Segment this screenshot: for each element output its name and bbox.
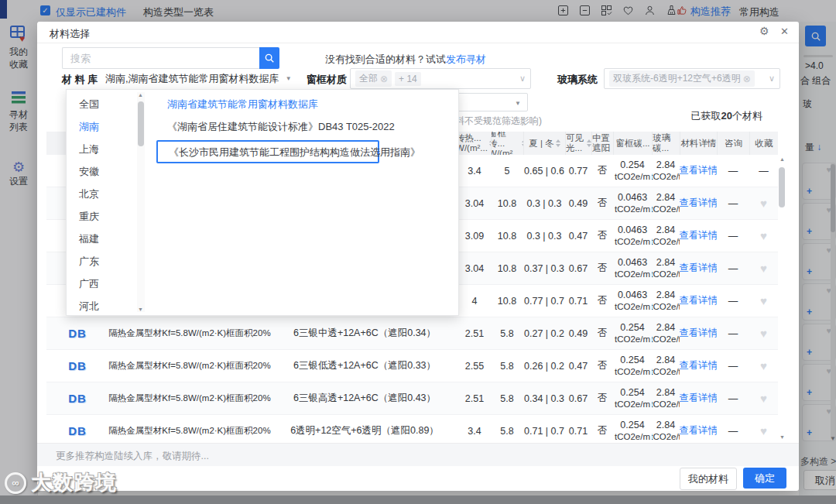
province-option[interactable]: 重庆 xyxy=(67,205,144,228)
carbon-number: 0.0463 xyxy=(618,290,647,301)
carbon-unit: tCO2e/t xyxy=(652,334,680,345)
database-option[interactable]: 《长沙市民用建筑节能工程围护结构构造做法选用指南》 xyxy=(156,140,379,163)
column-header[interactable]: 传热...W/(m²... xyxy=(458,132,491,155)
favorite-heart-icon[interactable]: ♥ xyxy=(760,229,767,242)
view-detail-link[interactable]: 查看详情 xyxy=(680,359,717,372)
frame-material-select[interactable]: 全部⊗ + 14 ∨ xyxy=(350,68,531,89)
glass-system-tag[interactable]: 双玻系统-6透明+12空气+6透明⊗ xyxy=(609,70,755,87)
favorite-heart-icon[interactable]: ♥ xyxy=(760,359,767,372)
province-option[interactable]: 安徽 xyxy=(67,160,144,183)
database-option[interactable]: 《湖南省居住建筑节能设计标准》DB43 T025-2022 xyxy=(150,115,455,138)
cell-favorite: ♥ xyxy=(749,382,778,414)
cell-frame-carbon: 0.0463tCO2e/m xyxy=(613,285,652,317)
table-row[interactable]: DB隔热金属型材Kf=5.8W/(m2·K)框面积20%6三银低透+12A+6C… xyxy=(46,350,778,382)
carbon-value: 2.84tCO2e/t xyxy=(652,387,680,410)
confirm-button[interactable]: 确定 xyxy=(743,468,786,489)
carbon-unit: tCO2e/t xyxy=(652,301,680,313)
cell-k-value: 3.09 xyxy=(458,220,491,252)
modal-title: 材料选择 xyxy=(50,27,90,41)
modal-settings-gear-icon[interactable]: ⚙ xyxy=(759,25,769,37)
province-option[interactable]: 河北 xyxy=(67,295,144,317)
cell-glass-carbon: 2.84tCO2e/t xyxy=(652,350,680,382)
column-header[interactable]: 可见光... xyxy=(565,132,591,155)
carbon-value: 0.0463tCO2e/m xyxy=(615,192,650,215)
scroll-up-icon[interactable]: ▲ xyxy=(779,156,785,162)
table-scrollbar[interactable]: ▲ ▼ xyxy=(779,156,785,440)
my-materials-button[interactable]: 我的材料 xyxy=(680,468,737,490)
view-detail-link[interactable]: 查看详情 xyxy=(680,392,717,405)
table-row[interactable]: DB隔热金属型材Kf=5.8W/(m2·K)框面积20%6三银高透+12A+6C… xyxy=(46,382,778,415)
cell-consult: — xyxy=(717,252,749,284)
cell-glass-carbon: 2.84tCO2e/t xyxy=(652,252,680,284)
cell-consult: — xyxy=(717,415,749,447)
view-detail-link[interactable]: 查看详情 xyxy=(680,164,717,177)
province-option[interactable]: 福建 xyxy=(67,228,144,250)
province-option[interactable]: 湖南 xyxy=(67,115,144,138)
province-option[interactable]: 广西 xyxy=(67,273,144,295)
favorite-heart-icon[interactable]: ♥ xyxy=(760,197,767,210)
favorite-heart-icon[interactable]: ♥ xyxy=(760,294,767,307)
scrollbar-thumb[interactable] xyxy=(138,101,144,146)
favorite-heart-icon[interactable]: ♥ xyxy=(760,262,767,275)
carbon-number: 0.0463 xyxy=(618,192,647,204)
scrollbar-thumb[interactable] xyxy=(779,167,785,207)
filter-note-fragment: 料不受规范筛选影响) xyxy=(455,115,542,128)
carbon-unit: tCO2e/t xyxy=(652,269,680,280)
view-detail-link[interactable]: 查看详情 xyxy=(680,229,717,242)
favorite-heart-icon[interactable]: ♥ xyxy=(760,424,767,437)
view-detail-link[interactable]: 查看详情 xyxy=(680,424,717,437)
scroll-up-icon[interactable]: ▲ xyxy=(138,92,143,98)
scroll-down-icon[interactable]: ▼ xyxy=(138,307,143,312)
cell-mid-shading: 否 xyxy=(591,155,613,187)
search-icon xyxy=(264,53,275,63)
tag-close-icon[interactable]: ⊗ xyxy=(380,74,388,84)
database-option[interactable]: 湖南省建筑节能常用窗材料数据库 xyxy=(150,93,455,115)
frame-tag-all[interactable]: 全部⊗ xyxy=(355,70,392,87)
view-detail-link[interactable]: 查看详情 xyxy=(680,262,717,275)
cell-detail: 查看详情 xyxy=(680,187,717,219)
carbon-number: 2.84 xyxy=(656,225,675,236)
carbon-value: 2.84tCO2e/t xyxy=(652,159,680,183)
cell-frame-k: 5 xyxy=(491,155,523,187)
carbon-unit: tCO2e/m xyxy=(615,431,650,443)
cell-visible-light: 0.71 xyxy=(565,415,591,447)
carbon-number: 2.84 xyxy=(656,420,675,431)
view-detail-link[interactable]: 查看详情 xyxy=(680,197,717,210)
sort-icon[interactable] xyxy=(556,139,560,147)
province-option[interactable]: 北京 xyxy=(67,183,144,205)
result-count: 已获取20个材料 xyxy=(691,109,762,123)
province-scrollbar[interactable]: ▲ ▼ xyxy=(137,92,145,312)
cell-profile-name: 隔热金属型材Kf=5.8W/(m2·K)框面积20% xyxy=(108,350,271,382)
province-option[interactable]: 上海 xyxy=(67,138,144,160)
province-option[interactable]: 全国 xyxy=(67,93,144,115)
search-button[interactable] xyxy=(259,47,279,69)
chevron-down-icon: ∨ xyxy=(519,74,526,84)
cell-glass-carbon: 2.84tCO2e/t xyxy=(652,155,680,187)
column-header-text: 中置遮阳 xyxy=(592,133,613,153)
cell-glass-name: 6三银中透+12A+6C（遮阳0.34） xyxy=(271,317,458,349)
province-option[interactable]: 广东 xyxy=(67,250,144,273)
search-input[interactable] xyxy=(62,47,259,69)
cell-frame-carbon: 0.254tCO2e/m xyxy=(613,317,652,349)
favorite-heart-icon[interactable]: ♥ xyxy=(760,327,767,340)
favorite-heart-icon[interactable]: ♥ xyxy=(760,392,767,405)
library-select[interactable]: 湖南,湖南省建筑节能常用窗材料数据库 ▼ xyxy=(105,68,280,89)
column-header[interactable]: 夏 | 冬 xyxy=(523,132,565,155)
cell-source: DB xyxy=(46,350,108,382)
scroll-down-icon[interactable]: ▼ xyxy=(779,434,785,440)
frame-tag-more[interactable]: + 14 xyxy=(395,72,421,86)
publish-request-link[interactable]: 发布寻材 xyxy=(446,53,486,65)
cell-k-value: 2.51 xyxy=(458,317,491,349)
header-line: 夏 | 冬 xyxy=(529,139,553,149)
cell-visible-light: 0.71 xyxy=(565,285,591,317)
column-header[interactable]: 窗框传...W/(m²... xyxy=(491,132,523,155)
table-row[interactable]: DB隔热金属型材Kf=5.8W/(m2·K)框面积20%6三银中透+12A+6C… xyxy=(46,317,778,350)
view-detail-link[interactable]: 查看详情 xyxy=(680,294,717,307)
cell-frame-k: 5.8 xyxy=(491,415,523,447)
watermark-logo-icon: ∞ xyxy=(5,472,26,494)
header-line: 收藏 xyxy=(755,139,773,149)
modal-close-icon[interactable]: ✕ xyxy=(780,26,789,37)
view-detail-link[interactable]: 查看详情 xyxy=(680,327,717,340)
tag-close-icon[interactable]: ⊗ xyxy=(743,74,751,84)
glass-system-select[interactable]: 双玻系统-6透明+12空气+6透明⊗ ∨ xyxy=(604,68,780,89)
